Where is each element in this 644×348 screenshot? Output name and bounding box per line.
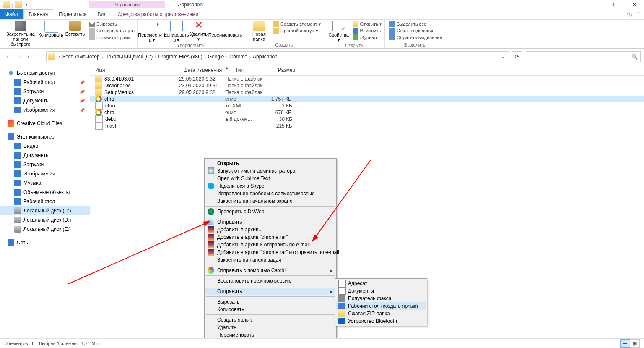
file-row[interactable]: debuый докум...30 КБ [90, 116, 644, 123]
breadcrumb-bar[interactable]: › Этот компьютер›Локальный диск (C:)›Pro… [46, 51, 509, 62]
breadcrumb-item[interactable]: Chrome [229, 54, 247, 60]
help-button[interactable]: ⓘ [627, 11, 632, 18]
tab-file[interactable]: Файл [0, 9, 23, 19]
column-name[interactable]: Имя [90, 67, 179, 73]
menu-item[interactable]: Добавить в архив... [205, 226, 335, 233]
chevron-right-icon[interactable]: › [102, 55, 103, 59]
breadcrumb-item[interactable]: Локальный диск (C:) [105, 54, 153, 60]
tab-share[interactable]: Поделиться [53, 9, 92, 19]
icons-view-button[interactable]: ▦ [630, 339, 640, 348]
submenu-item[interactable]: Получатель факса [336, 295, 426, 302]
menu-item[interactable]: Добавить в архив "chrome.rar" и отправит… [205, 249, 335, 256]
collapse-ribbon-button[interactable]: ⌃ [636, 11, 641, 17]
paste-button[interactable]: Вставить [63, 21, 87, 37]
sidebar-item-drive-e[interactable]: Локальный диск (E:) [0, 225, 90, 234]
recent-button[interactable]: ▾ [23, 52, 34, 62]
tab-app-tools[interactable]: Средства работы с приложениями [112, 9, 204, 19]
copy-to-button[interactable]: Копировать в ▾ [164, 21, 189, 42]
tab-home[interactable]: Главная [23, 9, 54, 19]
menu-item[interactable]: Удалить [205, 324, 335, 331]
delete-button[interactable]: ✕Удалить ▾ [189, 21, 209, 42]
menu-item[interactable]: Создать ярлык [205, 316, 335, 324]
submenu-item[interactable]: Рабочий стол (создать ярлык) [336, 302, 426, 310]
new-folder-button[interactable]: Новая папка [247, 21, 271, 42]
chevron-right-icon[interactable]: › [226, 55, 227, 59]
menu-item[interactable]: Отправить [205, 218, 335, 226]
chevron-right-icon[interactable]: › [155, 55, 156, 59]
menu-item[interactable]: Добавить в архив "chrome.rar" [205, 233, 335, 241]
menu-item[interactable]: Закрепить на начальном экране [205, 197, 335, 205]
sidebar-item-pictures[interactable]: Изображения📌 [0, 105, 90, 115]
details-view-button[interactable]: ☰ [620, 339, 630, 348]
chevron-down-icon[interactable]: ▾ [26, 3, 28, 7]
submenu-item[interactable]: Адресат [336, 280, 426, 287]
sidebar-item-quick-access[interactable]: Быстрый доступ [0, 68, 90, 78]
menu-item[interactable]: Open with Sublime Text [205, 175, 335, 182]
sidebar-item-drive-c[interactable]: Локальный диск (C:) [0, 206, 90, 215]
new-item-button[interactable]: Создать элемент ▾ [273, 21, 321, 27]
edit-button[interactable]: Изменить [353, 28, 382, 34]
chevron-right-icon[interactable]: › [59, 55, 60, 59]
paste-shortcut-button[interactable]: Вставить ярлык [89, 34, 135, 40]
menu-item[interactable]: Вырезать [205, 298, 335, 306]
menu-item[interactable]: Копировать [205, 306, 335, 313]
column-type[interactable]: Тип [230, 67, 273, 73]
copy-path-button[interactable]: Скопировать путь [89, 28, 135, 34]
sidebar-item-drive-d[interactable]: Локальный диск (D:) [0, 215, 90, 225]
file-row[interactable]: 83.0.4103.6129.05.2020 9:32Папка с файла… [90, 76, 644, 82]
breadcrumb-item[interactable]: Application [253, 54, 278, 60]
forward-button[interactable]: → [13, 52, 23, 62]
breadcrumb-item[interactable]: Этот компьютер [62, 54, 100, 60]
easy-access-button[interactable]: Простой доступ ▾ [273, 28, 321, 34]
menu-item[interactable]: Добавить в архив и отправить по e-mail..… [205, 241, 335, 249]
submenu-item[interactable]: Документы [336, 287, 426, 295]
sidebar-item-downloads[interactable]: Загрузки [0, 160, 90, 169]
refresh-button[interactable]: ⟳ [512, 51, 522, 62]
sidebar-item-this-pc[interactable]: Этот компьютер [0, 132, 90, 141]
cut-button[interactable]: Вырезать [89, 21, 135, 27]
sidebar-item-desktop[interactable]: Рабочий стол [0, 197, 90, 206]
chevron-right-icon[interactable]: › [205, 55, 206, 59]
submenu-item[interactable]: Сжатая ZIP-папка [336, 310, 426, 317]
sidebar-item-3d-objects[interactable]: Объемные объекты [0, 188, 90, 197]
file-row[interactable]: mast215 КБ [90, 123, 644, 129]
invert-selection-button[interactable]: Обратить выделение [389, 34, 442, 40]
history-button[interactable]: Журнал [353, 34, 382, 40]
close-button[interactable]: ✕ [625, 0, 644, 9]
menu-item[interactable]: Поделиться в Skype [205, 182, 335, 190]
dropdown-icon[interactable]: ⌄ [499, 55, 507, 59]
up-button[interactable]: ↑ [34, 52, 44, 62]
select-none-button[interactable]: Снять выделение [389, 28, 442, 34]
file-row[interactable]: chroение1 757 КБ [90, 96, 644, 102]
menu-item[interactable]: Переименовать [205, 331, 335, 339]
breadcrumb-item[interactable]: Google [208, 54, 224, 60]
properties-button[interactable]: ✓Свойства ▾ [327, 21, 351, 42]
sidebar-item-music[interactable]: Музыка [0, 178, 90, 188]
menu-item[interactable]: Закрепить на панели задач [205, 256, 335, 264]
menu-item[interactable]: Запуск от имени администратора [205, 167, 335, 175]
back-button[interactable]: ← [3, 52, 13, 62]
sidebar-item-videos[interactable]: Видео [0, 141, 90, 151]
menu-item[interactable]: Исправление проблем с совместимостью [205, 190, 335, 197]
copy-button[interactable]: Копировать [39, 21, 63, 37]
file-row[interactable]: chroнт XML1 КБ [90, 102, 644, 109]
tab-view[interactable]: Вид [92, 9, 112, 19]
minimize-button[interactable]: — [586, 0, 605, 9]
sidebar-item-network[interactable]: Сеть [0, 238, 90, 247]
file-row[interactable]: SetupMetrics29.05.2020 9:32Папка с файла… [90, 89, 644, 96]
sidebar-item-desktop[interactable]: Рабочий стол📌 [0, 78, 90, 87]
file-row[interactable]: Dictionaries23.04.2020 19:31Папка с файл… [90, 82, 644, 89]
context-tab-manage[interactable]: Управление [89, 1, 165, 8]
sidebar-item-documents[interactable]: Документы📌 [0, 96, 90, 105]
search-input[interactable]: 🔍 [526, 51, 641, 62]
file-row[interactable]: chroение676 КБ [90, 109, 644, 116]
sidebar-item-documents[interactable]: Документы [0, 151, 90, 160]
column-date[interactable]: Дата изменения [179, 67, 230, 73]
menu-item[interactable]: Восстановить прежнюю версию [205, 277, 335, 285]
menu-item[interactable]: Отправить с помощью Catch!▶ [205, 267, 335, 274]
open-button[interactable]: Открыть ▾ [353, 21, 382, 27]
column-size[interactable]: Размер [273, 67, 307, 73]
chevron-right-icon[interactable]: › [249, 55, 251, 59]
menu-item[interactable]: Открыть [205, 160, 335, 167]
menu-item[interactable]: Отправить▶ [205, 288, 335, 295]
